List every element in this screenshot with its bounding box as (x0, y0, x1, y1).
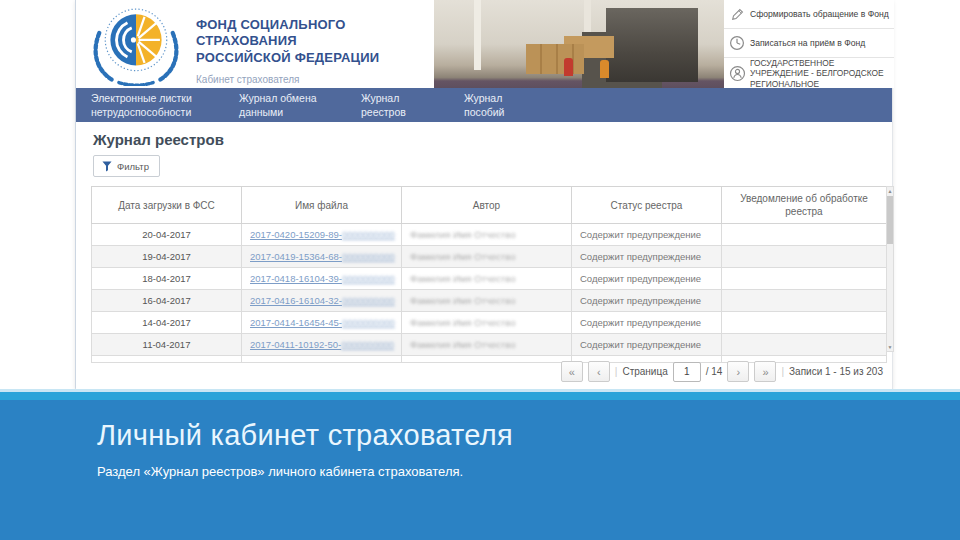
footer-cyan-strip (0, 392, 960, 400)
col-processing-notification[interactable]: Уведомление об обработке реестра (722, 187, 887, 224)
redacted-file-suffix: 0000000000 (342, 229, 395, 240)
fss-logo (84, 4, 188, 86)
org-name-line1: ФОНД СОЦИАЛЬНОГО СТРАХОВАНИЯ (196, 17, 434, 50)
table-scrollbar[interactable]: ▲ ▼ (886, 186, 894, 352)
records-count-label: Записи 1 - 15 из 203 (789, 366, 883, 377)
content-area: Журнал реестров Фильтр Дата загрузки в Ф… (76, 122, 892, 389)
table-row[interactable]: 16-04-2017 2017-0416-16104-32-0000000000… (92, 290, 887, 312)
create-appeal-label: Сформировать обращение в Фонд (750, 9, 893, 20)
table-row[interactable]: 19-04-2017 2017-0419-15364-68-0000000000… (92, 246, 887, 268)
table-row[interactable]: 11-04-2017 2017-0411-10192-50-0000000000… (92, 334, 887, 356)
redacted-file-suffix: 0000000000 (342, 317, 395, 328)
redacted-author: Фамилия Имя Отчество (410, 251, 515, 262)
org-name-line2: РОССИЙСКОЙ ФЕДЕРАЦИИ (196, 50, 434, 66)
table-row[interactable]: 18-04-2017 2017-0418-16104-39-0000000000… (92, 268, 887, 290)
book-appointment-button[interactable]: Записаться на приём в Фонд (724, 29, 894, 58)
file-link[interactable]: 2017-0411-10192-50-0000000000 (250, 339, 394, 350)
regional-office-button[interactable]: ГОСУДАРСТВЕННОЕ УЧРЕЖДЕНИЕ - БЕЛГОРОДСКО… (724, 58, 894, 89)
scroll-down-icon[interactable]: ▼ (887, 343, 893, 351)
org-title-block: ФОНД СОЦИАЛЬНОГО СТРАХОВАНИЯ РОССИЙСКОЙ … (196, 17, 434, 85)
file-link[interactable]: 2017-0420-15209-89-0000000000 (250, 229, 395, 240)
redacted-file-suffix: 0000000000 (342, 251, 395, 262)
main-nav: Электронные листки нетрудоспособности Жу… (76, 88, 892, 122)
redacted-author: Фамилия Имя Отчество (410, 339, 515, 350)
create-appeal-button[interactable]: Сформировать обращение в Фонд (724, 0, 894, 29)
redacted-file-suffix: 0000000000 (342, 295, 395, 306)
col-author[interactable]: Автор (402, 187, 572, 224)
page-number-input[interactable] (673, 362, 701, 382)
filter-button-label: Фильтр (117, 161, 149, 172)
slide-title: Личный кабинет страхователя (97, 419, 513, 452)
page-label: Страница (622, 366, 667, 377)
col-upload-date[interactable]: Дата загрузки в ФСС (92, 187, 242, 224)
redacted-author: Фамилия Имя Отчество (410, 317, 515, 328)
file-link[interactable]: 2017-0419-15364-68-0000000000 (250, 251, 395, 262)
redacted-author: Фамилия Имя Отчество (410, 273, 515, 284)
redacted-author: Фамилия Имя Отчество (410, 229, 515, 240)
col-registry-status[interactable]: Статус реестра (572, 187, 722, 224)
cabinet-label: Кабинет страхователя (196, 74, 434, 85)
next-page-button[interactable]: › (727, 361, 749, 382)
clock-icon (724, 35, 750, 51)
last-page-button[interactable]: » (754, 361, 776, 382)
file-link[interactable]: 2017-0414-16454-45-0000000000 (250, 317, 395, 328)
regional-office-label: ГОСУДАРСТВЕННОЕ УЧРЕЖДЕНИЕ - БЕЛГОРОДСКО… (750, 58, 894, 90)
col-file-name[interactable]: Имя файла (242, 187, 402, 224)
first-page-button[interactable]: « (561, 361, 583, 382)
slide-subtitle: Раздел «Журнал реестров» личного кабинет… (97, 464, 463, 479)
table-header-row: Дата загрузки в ФСС Имя файла Автор Стат… (92, 187, 887, 224)
person-icon (724, 65, 750, 82)
filter-button[interactable]: Фильтр (93, 155, 160, 177)
pen-icon (724, 7, 750, 22)
header-actions: Сформировать обращение в Фонд Записаться… (724, 0, 894, 88)
nav-item-exchange-journal[interactable]: Журнал обмена данными (239, 92, 317, 119)
redacted-file-suffix: 0000000000 (342, 273, 395, 284)
table-row[interactable]: 20-04-2017 2017-0420-15209-89-0000000000… (92, 224, 887, 246)
site-header: ФОНД СОЦИАЛЬНОГО СТРАХОВАНИЯ РОССИЙСКОЙ … (76, 0, 892, 88)
page-title: Журнал реестров (93, 131, 224, 148)
header-photo (434, 0, 724, 88)
prev-page-button[interactable]: ‹ (588, 361, 610, 382)
registry-table: Дата загрузки в ФСС Имя файла Автор Стат… (91, 186, 887, 363)
redacted-author: Фамилия Имя Отчество (410, 295, 515, 306)
book-appointment-label: Записаться на приём в Фонд (750, 38, 869, 49)
slide-footer: Личный кабинет страхователя Раздел «Журн… (0, 400, 960, 540)
nav-item-registry-journal[interactable]: Журнал реестров (361, 92, 406, 119)
scroll-up-icon[interactable]: ▲ (887, 187, 893, 195)
file-link[interactable]: 2017-0418-16104-39-0000000000 (250, 273, 395, 284)
pagination-bar: « ‹ | Страница / 14 › » | Записи 1 - 15 … (561, 361, 883, 382)
total-pages-label: / 14 (706, 366, 723, 377)
nav-item-benefits-journal[interactable]: Журнал пособий (464, 92, 504, 119)
nav-item-eln[interactable]: Электронные листки нетрудоспособности (91, 92, 192, 119)
portal-screenshot: ФОНД СОЦИАЛЬНОГО СТРАХОВАНИЯ РОССИЙСКОЙ … (75, 0, 893, 389)
funnel-icon (102, 161, 112, 172)
table-row[interactable]: 14-04-2017 2017-0414-16454-45-0000000000… (92, 312, 887, 334)
redacted-file-suffix: 0000000000 (341, 339, 394, 350)
scrollbar-thumb[interactable] (887, 196, 893, 244)
file-link[interactable]: 2017-0416-16104-32-0000000000 (250, 295, 395, 306)
